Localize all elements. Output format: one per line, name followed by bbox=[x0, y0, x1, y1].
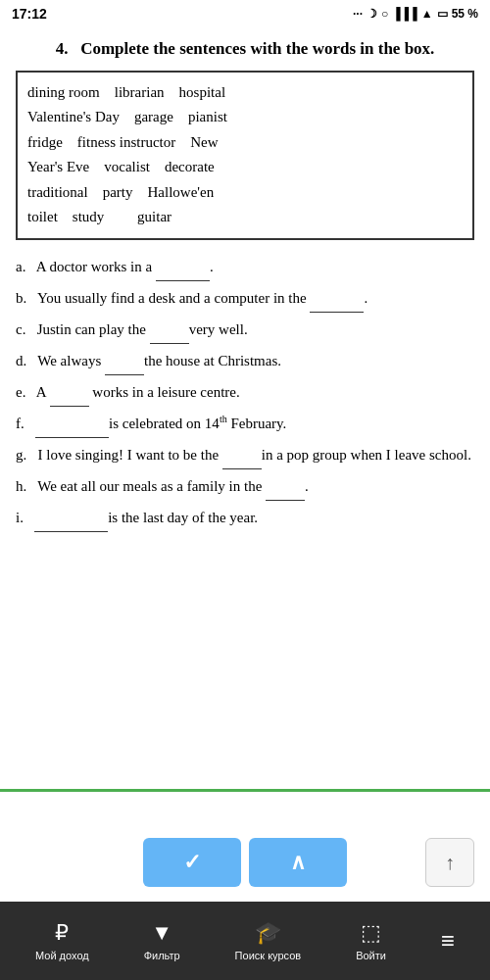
status-time: 17:12 bbox=[12, 6, 47, 22]
word-box: dining room librarian hospital Valentine… bbox=[16, 71, 474, 240]
blank-h bbox=[266, 473, 305, 501]
status-icons: ··· ☽ ○ ▐▐▐ ▲ ▭ 55 % bbox=[353, 7, 478, 21]
letter-e: e. bbox=[16, 384, 25, 400]
bottom-search-label: Поиск курсов bbox=[235, 950, 302, 961]
battery-percent: 55 % bbox=[452, 7, 478, 21]
blank-b bbox=[310, 285, 364, 313]
sentence-d: d. We always the house at Christmas. bbox=[16, 348, 474, 375]
letter-b: b. bbox=[16, 290, 26, 306]
hamburger-icon: ≡ bbox=[441, 927, 455, 955]
arrow-up-icon: ↑ bbox=[445, 852, 455, 874]
ruble-icon: ₽ bbox=[55, 920, 69, 946]
progress-bar bbox=[0, 789, 490, 792]
blank-c bbox=[150, 317, 189, 344]
crescent-icon: ☽ bbox=[367, 7, 377, 21]
sentence-f: f. is celebrated on 14th February. bbox=[16, 411, 474, 438]
sentence-a: a. A doctor works in a . bbox=[16, 254, 474, 281]
word-box-content: dining room librarian hospital Valentine… bbox=[27, 84, 227, 225]
letter-a: a. bbox=[16, 259, 25, 274]
status-bar: 17:12 ··· ☽ ○ ▐▐▐ ▲ ▭ 55 % bbox=[0, 0, 490, 27]
filter-icon: ▼ bbox=[151, 920, 172, 946]
signal-icon: ▐▐▐ bbox=[392, 7, 417, 21]
blank-i bbox=[34, 505, 108, 532]
alarm-icon: ○ bbox=[381, 7, 388, 21]
chevron-up-icon: ∧ bbox=[290, 850, 306, 875]
exercise-number: 4. bbox=[56, 39, 69, 58]
chevron-down-icon: ✓ bbox=[183, 850, 201, 875]
blank-d bbox=[105, 348, 144, 375]
bottom-income[interactable]: ₽ Мой доход bbox=[35, 920, 89, 961]
bottom-login-label: Войти bbox=[356, 950, 386, 961]
bottom-menu[interactable]: ≡ bbox=[441, 927, 455, 955]
sentence-c: c. Justin can play the very well. bbox=[16, 317, 474, 344]
bottom-filter[interactable]: ▼ Фильтр bbox=[144, 920, 180, 961]
sentences-list: a. A doctor works in a . b. You usually … bbox=[16, 254, 474, 532]
graduation-icon: 🎓 bbox=[255, 920, 281, 946]
letter-d: d. bbox=[16, 353, 26, 368]
sentence-e: e. A works in a leisure centre. bbox=[16, 379, 474, 407]
dots-icon: ··· bbox=[353, 7, 363, 21]
blank-e bbox=[50, 379, 89, 407]
login-icon: ⬚ bbox=[361, 920, 381, 946]
sentence-h: h. We eat all our meals as a family in t… bbox=[16, 473, 474, 501]
bottom-login[interactable]: ⬚ Войти bbox=[356, 920, 386, 961]
nav-up-button[interactable]: ∧ bbox=[249, 838, 347, 887]
scroll-up-button[interactable]: ↑ bbox=[425, 838, 474, 887]
blank-g bbox=[222, 442, 262, 469]
bottom-filter-label: Фильтр bbox=[144, 950, 180, 961]
bottom-bar: ₽ Мой доход ▼ Фильтр 🎓 Поиск курсов ⬚ Во… bbox=[0, 902, 490, 980]
nav-area: ✓ ∧ ↑ bbox=[0, 823, 490, 902]
blank-a bbox=[156, 254, 210, 281]
bottom-income-label: Мой доход bbox=[35, 950, 89, 961]
sentence-b: b. You usually find a desk and a compute… bbox=[16, 285, 474, 313]
bottom-search[interactable]: 🎓 Поиск курсов bbox=[235, 920, 302, 961]
letter-g: g. bbox=[16, 447, 26, 463]
sentence-i: i. is the last day of the year. bbox=[16, 505, 474, 532]
nav-down-button[interactable]: ✓ bbox=[143, 838, 241, 887]
letter-c: c. bbox=[16, 321, 25, 337]
letter-h: h. bbox=[16, 478, 26, 494]
exercise-title: 4. Complete the sentences with the words… bbox=[16, 37, 474, 61]
sentence-g: g. I love singing! I want to be the in a… bbox=[16, 442, 474, 469]
exercise-instruction: Complete the sentences with the words in… bbox=[80, 39, 434, 58]
letter-f: f. bbox=[16, 416, 24, 431]
blank-f bbox=[35, 411, 109, 438]
content-area: 4. Complete the sentences with the words… bbox=[0, 27, 490, 792]
wifi-icon: ▲ bbox=[421, 7, 433, 21]
letter-i: i. bbox=[16, 510, 24, 525]
battery-icon: ▭ bbox=[437, 7, 448, 21]
